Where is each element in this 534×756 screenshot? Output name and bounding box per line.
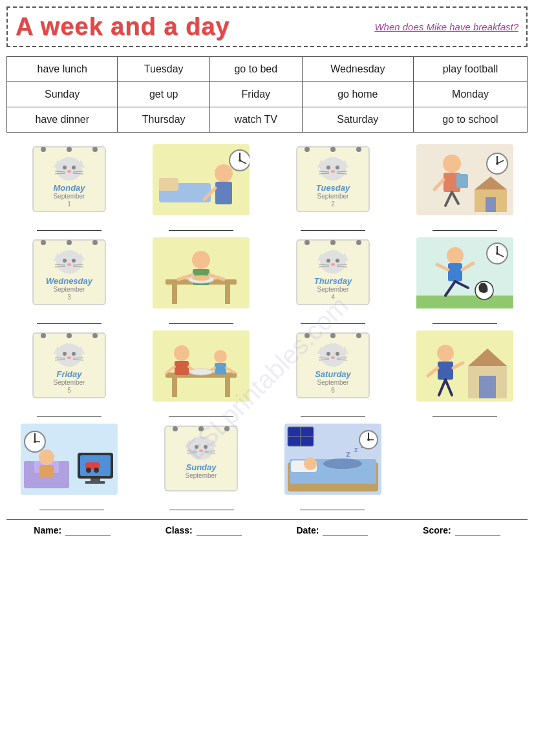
name-line[interactable]	[65, 525, 111, 535]
svg-text:Tuesday: Tuesday	[316, 183, 350, 193]
activity-row: Wednesday September 3	[6, 237, 528, 308]
svg-text:4: 4	[331, 294, 335, 301]
svg-rect-135	[225, 378, 230, 397]
answer-line-8	[169, 500, 234, 510]
score-line[interactable]	[455, 525, 500, 535]
svg-point-191	[173, 426, 178, 431]
svg-rect-178	[39, 465, 54, 478]
svg-text:Wednesday: Wednesday	[46, 276, 93, 286]
svg-rect-167	[438, 362, 453, 380]
svg-rect-132	[153, 330, 250, 402]
svg-point-152	[326, 352, 330, 356]
word-cell: Saturday	[302, 107, 413, 133]
svg-text:Monday: Monday	[53, 183, 85, 193]
word-cell: watch TV	[209, 107, 302, 133]
activity-cell-have-lunch-scene	[138, 237, 264, 308]
svg-point-67	[67, 263, 71, 266]
page-title: A week and a day	[16, 13, 230, 41]
activity-cell-get-up-scene	[138, 144, 264, 215]
svg-rect-19	[159, 178, 178, 191]
svg-point-193	[224, 426, 230, 431]
svg-point-92	[326, 259, 330, 263]
svg-point-198	[204, 445, 208, 449]
answer-row	[6, 312, 528, 324]
svg-point-199	[199, 449, 203, 452]
svg-point-1	[41, 147, 46, 152]
answer-line[interactable]	[301, 221, 365, 231]
svg-point-177	[39, 449, 54, 465]
activity-cell-go-to-bed-scene: z z z	[270, 424, 396, 495]
word-cell: have lunch	[7, 57, 118, 82]
answer-row	[6, 405, 528, 417]
svg-point-214	[304, 457, 317, 470]
class-line[interactable]	[197, 525, 242, 535]
svg-text:z: z	[354, 446, 358, 453]
svg-point-66	[72, 259, 76, 263]
svg-point-88	[356, 240, 361, 245]
answer-line[interactable]	[37, 221, 101, 231]
empty-cell	[402, 424, 528, 495]
word-cell: Wednesday	[302, 57, 413, 82]
svg-point-118	[92, 333, 98, 338]
svg-point-140	[214, 350, 227, 363]
word-cell: get up	[118, 82, 210, 107]
answer-line[interactable]	[301, 314, 365, 324]
svg-point-29	[330, 147, 336, 152]
svg-rect-50	[456, 174, 468, 188]
svg-point-65	[63, 259, 67, 263]
word-table: have lunchTuesdaygo to bedWednesdayplay …	[6, 56, 528, 133]
date-line[interactable]	[323, 525, 368, 535]
answer-line[interactable]	[169, 221, 233, 231]
svg-text:6: 6	[331, 387, 335, 394]
svg-point-148	[356, 333, 361, 338]
word-cell: Friday	[209, 82, 302, 107]
activity-cell-sunday-cal: Sunday September	[138, 424, 264, 495]
word-cell: Thursday	[118, 107, 210, 133]
svg-point-166	[437, 345, 454, 362]
svg-point-31	[320, 157, 346, 180]
svg-point-197	[195, 445, 198, 449]
svg-text:September: September	[317, 286, 350, 293]
word-cell: Tuesday	[118, 57, 210, 82]
answer-line[interactable]	[169, 314, 233, 324]
name-field: Name:	[34, 525, 111, 535]
score-field: Score:	[423, 525, 500, 535]
svg-point-7	[63, 166, 67, 169]
bottom-answer-lines	[6, 499, 528, 510]
svg-rect-186	[85, 481, 105, 484]
activity-grid: Monday September 1	[6, 144, 528, 417]
svg-point-45	[443, 155, 461, 173]
svg-point-20	[215, 164, 233, 182]
svg-point-146	[304, 333, 310, 338]
answer-line[interactable]	[37, 314, 101, 324]
svg-text:September: September	[54, 286, 86, 293]
activity-cell-watch-tv-scene	[6, 424, 132, 495]
class-field: Class:	[166, 525, 242, 535]
svg-point-4	[56, 157, 82, 180]
svg-point-89	[320, 250, 346, 274]
svg-point-192	[198, 426, 204, 431]
answer-line[interactable]	[433, 314, 497, 324]
answer-line[interactable]	[433, 221, 497, 231]
svg-rect-134	[172, 378, 177, 397]
svg-point-149	[320, 343, 346, 367]
answer-line[interactable]	[169, 407, 233, 417]
activity-row: Monday September 1	[6, 144, 528, 215]
answer-line[interactable]	[301, 407, 365, 417]
svg-point-123	[72, 352, 76, 356]
svg-text:September: September	[54, 193, 86, 200]
svg-point-117	[67, 333, 72, 338]
svg-point-153	[336, 352, 339, 356]
answer-line[interactable]	[433, 407, 497, 417]
activity-cell-play-football-scene	[402, 237, 528, 308]
answer-line[interactable]	[37, 407, 101, 417]
svg-rect-141	[215, 363, 226, 374]
svg-text:5: 5	[67, 387, 71, 394]
svg-point-147	[330, 333, 336, 338]
svg-point-84	[192, 275, 210, 281]
word-cell: Sunday	[7, 82, 118, 107]
svg-point-28	[304, 147, 310, 152]
svg-rect-78	[225, 285, 230, 304]
svg-rect-57	[486, 197, 496, 212]
word-cell: go to school	[414, 107, 528, 133]
